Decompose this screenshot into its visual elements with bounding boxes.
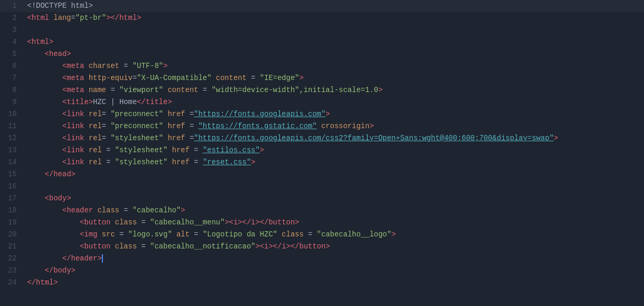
token: </ [137,98,146,106]
line-content: <body> [25,192,644,205]
token [27,122,62,130]
token [27,110,62,118]
line-content: </head> [25,168,644,180]
token: body [53,266,71,275]
token: = [247,74,260,82]
token: < [62,86,66,94]
token: > [67,194,71,202]
line-number: 17 [0,192,25,205]
code-line: 21 <button class = "cabecalho__notificac… [0,241,644,253]
token: src [97,230,115,239]
token: body [49,194,67,202]
token: rel [84,122,102,130]
token: < [62,110,66,118]
line-number: 2 [0,12,25,24]
token: class [277,230,303,239]
line-content: <!DOCTYPE html> [25,0,644,12]
line-content: <link rel = "stylesheet" href = "estilos… [25,144,644,156]
token: = [106,86,119,94]
line-content: </html> [25,277,644,289]
token: link [67,110,85,118]
token: header [67,206,93,214]
token: "stylesheet" [115,146,168,154]
token: http-equiv [84,74,132,82]
token: button [299,242,325,251]
token [27,146,62,154]
token: link [67,122,85,130]
token: > [295,218,299,226]
token: = [102,146,115,154]
code-line: 19 <button class = "cabecalho__menu"><i>… [0,217,644,229]
token: = [102,158,115,166]
token: = [303,230,317,239]
token: < [62,62,66,70]
token: > [71,266,75,275]
code-editor[interactable]: 1<!DOCTYPE html>2<html lang="pt-br"></ht… [0,0,644,306]
token: html [31,38,49,46]
token: rel [84,146,102,154]
token: "pt-br" [75,14,106,22]
token: "cabecalho" [133,206,181,214]
token: = [102,110,111,118]
token: > [268,242,273,251]
code-line: 12 <link rel= "stylesheet" href ="https:… [0,132,644,144]
token: </ [242,218,251,226]
token: > [299,74,303,82]
code-lines: 1<!DOCTYPE html>2<html lang="pt-br"></ht… [0,0,644,306]
line-number: 4 [0,36,25,48]
token: img [84,230,97,239]
code-line: 18 <header class = "cabecalho"> [0,205,644,217]
token: class [111,218,137,226]
code-line: 11 <link rel= "preconnect" href = "https… [0,120,644,132]
code-line: 20 <img src = "logo.svg" alt = "Logotipo… [0,229,644,241]
token: i [282,242,286,251]
code-line: 22 </header> [0,253,644,265]
token: html [36,278,54,287]
token: < [45,50,49,58]
token [27,134,62,142]
code-line: 5 <head> [0,48,644,60]
token: "https://fonts.gstatic.com" [198,122,317,130]
token: </ [111,14,120,22]
token: button [84,242,110,251]
token: html [119,14,137,22]
token: href [168,146,190,154]
token: < [80,242,84,251]
token: button [84,218,110,226]
token [27,254,62,263]
line-number: 11 [0,120,25,132]
line-content: <head> [25,48,644,60]
token: < [45,194,49,202]
line-content: <header class = "cabecalho"> [25,205,644,217]
token: href [168,158,190,166]
token: > [369,122,373,130]
token: content [212,74,247,82]
token: header [71,254,97,263]
token: "reset.css" [203,158,251,166]
token: i [251,218,255,226]
line-content: <html lang="pt-br"></html> [25,12,644,24]
token: class [111,242,137,251]
token: < [62,206,66,214]
token: = [185,134,194,142]
code-line: 8 <meta name = "viewport" content = "wid… [0,84,644,96]
line-number: 6 [0,60,25,72]
line-content: <meta name = "viewport" content = "width… [25,84,644,96]
line-number: 1 [0,0,25,12]
line-number: 9 [0,96,25,108]
token: </ [260,218,268,226]
line-content: <button class = "cabecalho__menu"><i></i… [25,217,644,229]
token: > [181,206,185,214]
token: meta [67,86,85,94]
line-content: </body> [25,265,644,277]
token: title [67,98,89,106]
token: > [225,218,229,226]
line-number: 23 [0,265,25,277]
token: > [137,14,141,22]
line-number: 18 [0,205,25,217]
code-line: 23 </body> [0,265,644,277]
token: content [163,86,198,94]
token: HZC | Home [93,98,137,106]
token: > [238,218,242,226]
code-line: 1<!DOCTYPE html> [0,0,644,12]
